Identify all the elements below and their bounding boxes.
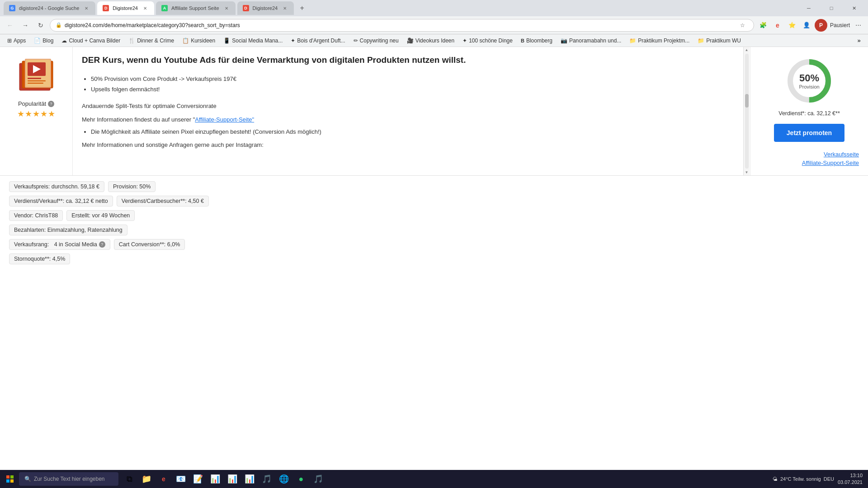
taskbar-pinned-8[interactable]: 🌐 <box>276 471 292 487</box>
tab-1-close[interactable]: ✕ <box>83 5 90 12</box>
bookmark-video[interactable]: 🎥 Videokurs Ideen <box>403 37 458 45</box>
settings-icon[interactable]: ⋯ <box>852 19 864 32</box>
social-icon: 📱 <box>223 38 230 44</box>
affiliate-support-link-inline[interactable]: Affiliate-Support-Seite" <box>195 116 254 123</box>
star-2: ★ <box>25 109 32 119</box>
taskbar: 🔍 Zur Suche Text hier eingeben ⧉ 📁 e 📧 📝… <box>0 470 868 488</box>
window-controls: ─ □ ✕ <box>798 1 864 15</box>
taskbar-pinned-10[interactable]: 🎵 <box>310 471 326 487</box>
bookmarks-overflow-button[interactable]: » <box>854 35 864 46</box>
rang-help-icon[interactable]: ? <box>99 241 105 248</box>
bookmark-bois[interactable]: ✦ Bois d'Argent Duft... <box>287 37 349 45</box>
provision-chart: 50% Provision <box>784 56 834 106</box>
bois-label: Bois d'Argent Duft... <box>297 38 345 44</box>
taskbar-pinned-9[interactable]: ● <box>293 471 309 487</box>
verkaufsrang-label: Verkaufsrang: <box>14 241 49 248</box>
bookmark-apps[interactable]: ⊞ Apps <box>4 37 29 45</box>
bookmark-copy[interactable]: ✏ Copywriting neu <box>350 37 402 45</box>
bois-icon: ✦ <box>291 38 295 44</box>
promote-button[interactable]: Jetzt promoten <box>774 124 844 142</box>
new-tab-button[interactable]: + <box>296 2 308 14</box>
bookmark-panorama[interactable]: 📷 Panoramabahn und... <box>557 37 625 45</box>
taskbar-pinned-7[interactable]: 🎵 <box>259 471 275 487</box>
copy-label: Copywriting neu <box>360 38 399 44</box>
tab-2-close[interactable]: ✕ <box>142 5 149 12</box>
bookmark-star-icon[interactable]: ☆ <box>737 20 748 31</box>
tab-4[interactable]: D Digistore24 ✕ <box>237 1 294 15</box>
back-button[interactable]: ← <box>4 19 16 32</box>
minimize-button[interactable]: ─ <box>798 1 819 15</box>
bottom-info-section: Verkaufspreis: durchschn. 59,18 € Provis… <box>0 175 868 270</box>
bookmark-bloomberg[interactable]: B Bloomberg <box>517 37 556 45</box>
praktikum2-icon: 📁 <box>698 38 704 44</box>
reload-button[interactable]: ↻ <box>34 19 47 32</box>
bookmark-praktikum2[interactable]: 📁 Praktikum WU <box>694 37 745 45</box>
taskbar-pinned-4[interactable]: 📊 <box>207 471 223 487</box>
account-icon[interactable]: 👤 <box>800 19 813 32</box>
tab-2-title: Digistore24 <box>113 5 138 11</box>
social-label: Social Media Mana... <box>232 38 283 44</box>
scroll-indicator[interactable]: ▲ ▼ <box>743 47 750 175</box>
maximize-button[interactable]: □ <box>821 1 842 15</box>
popularity-help-icon[interactable]: ? <box>48 101 54 107</box>
provision-label: Provision <box>799 84 819 89</box>
blog-label: Blog <box>42 38 53 44</box>
taskbar-pinned-1[interactable]: e <box>156 471 172 487</box>
cloud-label: Cloud + Canva Bilder <box>69 38 120 44</box>
more-info-text: Mehr Informationen findest du auf unsere… <box>82 115 741 124</box>
edge-collections-icon[interactable]: ⭐ <box>786 19 798 32</box>
close-button[interactable]: ✕ <box>844 1 864 15</box>
taskbar-pinned-6[interactable]: 📊 <box>241 471 258 487</box>
affiliate-support-link[interactable]: Affiliate-Support-Seite <box>802 160 859 166</box>
edge-icon[interactable]: e <box>771 19 784 32</box>
product-right-column: 50% Provision Verdienst*: ca. 32,12 €** … <box>750 47 868 175</box>
bookmark-praktikum1[interactable]: 📁 Praktikum Projektm... <box>626 37 693 45</box>
tab-3-close[interactable]: ✕ <box>223 5 230 12</box>
star-rating: ★ ★ ★ ★ ★ <box>17 109 55 119</box>
address-bar[interactable]: 🔒 digistore24.com/de/home/marketplace/ca… <box>50 19 754 32</box>
taskbar-pinned-2[interactable]: 📧 <box>173 471 189 487</box>
taskbar-search-box[interactable]: 🔍 Zur Suche Text hier eingeben <box>19 472 118 486</box>
forward-button[interactable]: → <box>19 19 32 32</box>
taskbar-pinned-3[interactable]: 📝 <box>190 471 206 487</box>
svg-rect-10 <box>28 83 43 84</box>
bookmark-kursideen[interactable]: 📋 Kursideen <box>179 37 219 45</box>
panorama-icon: 📷 <box>561 38 567 44</box>
cart-conversion-badge: Cart Conversion**: 6,0% <box>114 239 185 250</box>
bookmark-blog[interactable]: 📄 Blog <box>30 37 57 45</box>
start-button[interactable] <box>2 471 18 487</box>
bullet-2: Upsells folgen demnächst! <box>91 84 741 94</box>
product-center-column: DER Kurs, wenn du Youtube Ads für deine … <box>72 47 750 175</box>
scroll-down-arrow[interactable]: ▼ <box>744 169 750 175</box>
verkaufsrang-badge: Verkaufsrang: 4 in Social Media ? <box>9 239 110 250</box>
product-title: DER Kurs, wenn du Youtube Ads für deine … <box>82 54 741 66</box>
extensions-icon[interactable]: 🧩 <box>757 19 769 32</box>
tab-3[interactable]: A Affiliate Support Seite ✕ <box>156 1 236 15</box>
taskbar-pinned-5[interactable]: 📊 <box>224 471 241 487</box>
info-row-6: Stornoquote**: 4,5% <box>9 253 859 264</box>
bezahlarten-badge: Bezahlarten: Einmalzahlung, Ratenzahlung <box>9 225 127 235</box>
verkaufsseite-link[interactable]: Verkaufsseite <box>824 151 859 158</box>
bookmark-social[interactable]: 📱 Social Media Mana... <box>220 37 286 45</box>
svg-rect-9 <box>28 80 46 81</box>
tab-4-close[interactable]: ✕ <box>281 5 288 12</box>
info-row-1: Verkaufspreis: durchschn. 59,18 € Provis… <box>9 181 859 192</box>
bookmark-dinner[interactable]: 🍴 Dinner & Crime <box>125 37 178 45</box>
taskbar-clock[interactable]: 13:10 03.07.2021 <box>838 472 863 486</box>
earnings-text: Verdienst*: ca. 32,12 €** <box>778 110 840 117</box>
card-top-section: Popularität ? ★ ★ ★ ★ ★ DER Kurs, wenn d… <box>0 47 868 175</box>
bookmark-cloud[interactable]: ☁ Cloud + Canva Bilder <box>58 37 124 45</box>
scroll-track[interactable] <box>745 54 749 169</box>
apps-label: Apps <box>14 38 26 44</box>
tab-2[interactable]: D Digistore24 ✕ <box>97 1 154 15</box>
profile-button[interactable]: P <box>815 19 827 32</box>
system-tray: 🌤 24°C Teilw. sonnig DEU <box>773 476 834 482</box>
100-icon: ✦ <box>462 38 467 44</box>
provision-percent: 50% <box>799 72 819 84</box>
scroll-thumb[interactable] <box>745 94 749 108</box>
bookmark-100[interactable]: ✦ 100 schöne Dinge <box>459 37 516 45</box>
tab-1[interactable]: G digistore24 - Google Suche ✕ <box>4 1 95 15</box>
taskbar-taskview[interactable]: ⧉ <box>121 471 137 487</box>
taskbar-explorer[interactable]: 📁 <box>138 471 155 487</box>
scroll-up-arrow[interactable]: ▲ <box>744 47 750 53</box>
